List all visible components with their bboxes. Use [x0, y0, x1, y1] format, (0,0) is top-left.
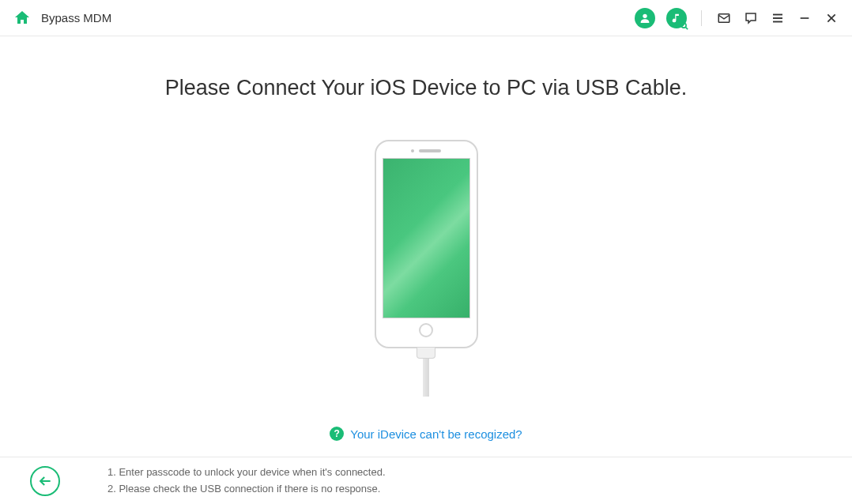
phone-speaker-area	[411, 149, 441, 152]
phone-outline	[375, 140, 478, 348]
titlebar-divider	[701, 10, 702, 26]
minimize-icon[interactable]	[797, 10, 812, 26]
svg-point-1	[681, 23, 686, 28]
main-content: Please Connect Your iOS Device to PC via…	[0, 36, 852, 457]
close-icon[interactable]	[824, 10, 839, 26]
titlebar-left: Bypass MDM	[13, 9, 111, 28]
titlebar: Bypass MDM	[0, 0, 852, 36]
svg-point-0	[643, 13, 647, 17]
account-icon[interactable]	[635, 8, 655, 28]
titlebar-right	[635, 8, 839, 28]
phone-speaker	[419, 149, 441, 152]
device-illustration	[375, 140, 478, 397]
mail-icon[interactable]	[716, 10, 732, 26]
menu-icon[interactable]	[770, 10, 786, 26]
music-search-icon[interactable]	[666, 8, 687, 28]
help-link[interactable]: ? Your iDevice can't be recogized?	[330, 427, 522, 441]
svg-line-2	[685, 27, 688, 29]
home-icon[interactable]	[13, 9, 32, 28]
phone-camera-dot	[411, 149, 414, 152]
help-link-text: Your iDevice can't be recogized?	[350, 427, 522, 441]
phone-screen	[383, 158, 470, 318]
usb-cable	[423, 359, 429, 397]
footer: 1. Enter passcode to unlock your device …	[0, 457, 852, 504]
instruction-step-1: 1. Enter passcode to unlock your device …	[107, 465, 386, 481]
footer-instructions: 1. Enter passcode to unlock your device …	[107, 465, 386, 498]
feedback-icon[interactable]	[743, 10, 759, 26]
usb-connector	[417, 348, 435, 359]
app-title: Bypass MDM	[41, 11, 111, 24]
main-heading: Please Connect Your iOS Device to PC via…	[165, 76, 687, 100]
question-mark-icon: ?	[330, 427, 344, 441]
phone-home-button	[419, 323, 433, 337]
back-button[interactable]	[30, 466, 60, 496]
instruction-step-2: 2. Please check the USB connection if th…	[107, 481, 386, 498]
